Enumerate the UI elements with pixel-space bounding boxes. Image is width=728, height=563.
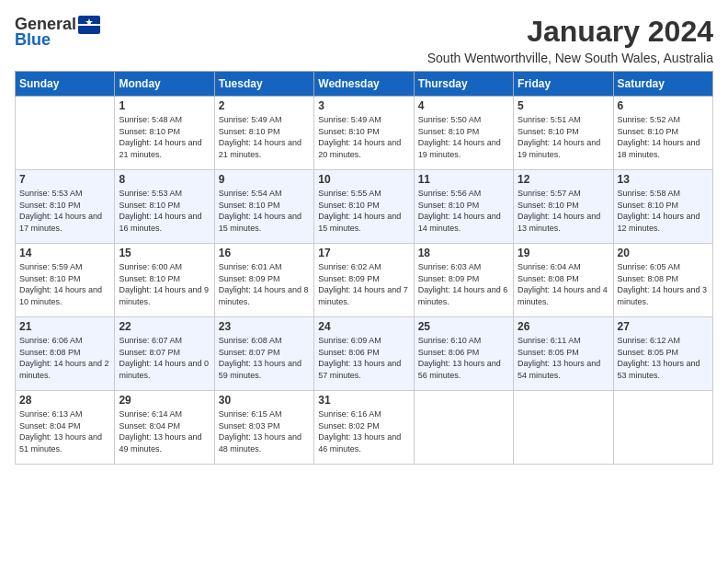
- sunset-text: Sunset: 8:07 PM: [219, 348, 280, 357]
- sunset-text: Sunset: 8:10 PM: [119, 274, 180, 283]
- sunset-text: Sunset: 8:10 PM: [518, 201, 579, 210]
- sunset-text: Sunset: 8:09 PM: [418, 274, 480, 283]
- day-number: 9: [219, 173, 310, 186]
- sunset-text: Sunset: 8:10 PM: [318, 127, 380, 136]
- calendar-cell: 13 Sunrise: 5:58 AM Sunset: 8:10 PM Dayl…: [613, 170, 712, 244]
- calendar-cell: 2 Sunrise: 5:49 AM Sunset: 8:10 PM Dayli…: [214, 97, 313, 170]
- calendar-week-row: 21 Sunrise: 6:06 AM Sunset: 8:08 PM Dayl…: [16, 317, 713, 391]
- calendar-week-row: 7 Sunrise: 5:53 AM Sunset: 8:10 PM Dayli…: [16, 170, 713, 244]
- calendar-table: Sunday Monday Tuesday Wednesday Thursday…: [15, 71, 713, 465]
- calendar-cell: [16, 97, 115, 170]
- day-number: 7: [19, 173, 110, 186]
- daylight-text: Daylight: 13 hours and 54 minutes.: [518, 359, 600, 380]
- day-info: Sunrise: 6:00 AM Sunset: 8:10 PM Dayligh…: [119, 261, 210, 307]
- sunset-text: Sunset: 8:08 PM: [19, 348, 81, 357]
- day-number: 1: [119, 99, 210, 112]
- calendar-cell: 10 Sunrise: 5:55 AM Sunset: 8:10 PM Dayl…: [314, 170, 414, 244]
- day-info: Sunrise: 6:10 AM Sunset: 8:06 PM Dayligh…: [418, 335, 509, 381]
- sunset-text: Sunset: 8:10 PM: [19, 201, 81, 210]
- header: General Blue January 2024 South Wentwort…: [15, 15, 713, 65]
- daylight-text: Daylight: 13 hours and 48 minutes.: [219, 432, 301, 454]
- daylight-text: Daylight: 13 hours and 46 minutes.: [318, 432, 401, 454]
- daylight-text: Daylight: 14 hours and 13 minutes.: [518, 212, 600, 233]
- sunrise-text: Sunrise: 6:00 AM: [119, 262, 182, 271]
- sunrise-text: Sunrise: 6:04 AM: [518, 262, 581, 271]
- sunrise-text: Sunrise: 6:03 AM: [418, 262, 482, 271]
- calendar-cell: 17 Sunrise: 6:02 AM Sunset: 8:09 PM Dayl…: [314, 244, 414, 317]
- day-number: 28: [19, 394, 110, 407]
- calendar-cell: 3 Sunrise: 5:49 AM Sunset: 8:10 PM Dayli…: [314, 97, 414, 170]
- day-info: Sunrise: 6:04 AM Sunset: 8:08 PM Dayligh…: [518, 261, 609, 307]
- sunset-text: Sunset: 8:10 PM: [219, 127, 280, 136]
- day-info: Sunrise: 6:12 AM Sunset: 8:05 PM Dayligh…: [618, 335, 709, 381]
- daylight-text: Daylight: 14 hours and 2 minutes.: [19, 359, 109, 380]
- sunset-text: Sunset: 8:08 PM: [518, 274, 579, 283]
- day-number: 14: [19, 247, 110, 259]
- sunset-text: Sunset: 8:10 PM: [219, 201, 280, 210]
- day-number: 29: [119, 394, 210, 407]
- daylight-text: Daylight: 14 hours and 15 minutes.: [219, 212, 301, 233]
- day-number: 6: [618, 99, 709, 112]
- day-info: Sunrise: 5:57 AM Sunset: 8:10 PM Dayligh…: [518, 188, 609, 234]
- logo-flag-icon: [78, 16, 100, 34]
- header-saturday: Saturday: [613, 72, 712, 97]
- day-info: Sunrise: 6:05 AM Sunset: 8:08 PM Dayligh…: [618, 261, 709, 307]
- day-info: Sunrise: 5:48 AM Sunset: 8:10 PM Dayligh…: [119, 114, 210, 160]
- daylight-text: Daylight: 13 hours and 57 minutes.: [318, 359, 401, 380]
- daylight-text: Daylight: 14 hours and 3 minutes.: [618, 285, 708, 306]
- calendar-cell: [414, 391, 513, 465]
- sunrise-text: Sunrise: 5:57 AM: [518, 189, 581, 198]
- calendar-cell: 25 Sunrise: 6:10 AM Sunset: 8:06 PM Dayl…: [414, 317, 513, 391]
- day-info: Sunrise: 6:02 AM Sunset: 8:09 PM Dayligh…: [318, 261, 409, 307]
- sunrise-text: Sunrise: 5:48 AM: [119, 115, 182, 124]
- daylight-text: Daylight: 14 hours and 21 minutes.: [119, 138, 201, 159]
- day-number: 25: [418, 320, 509, 333]
- sunset-text: Sunset: 8:10 PM: [119, 201, 180, 210]
- day-info: Sunrise: 5:59 AM Sunset: 8:10 PM Dayligh…: [19, 261, 110, 307]
- sunrise-text: Sunrise: 6:08 AM: [219, 336, 282, 345]
- day-number: 21: [19, 320, 110, 333]
- day-number: 12: [518, 173, 609, 186]
- day-info: Sunrise: 6:13 AM Sunset: 8:04 PM Dayligh…: [19, 408, 110, 454]
- page-container: General Blue January 2024 South Wentwort…: [15, 15, 713, 465]
- sunrise-text: Sunrise: 6:10 AM: [418, 336, 482, 345]
- sunset-text: Sunset: 8:08 PM: [618, 274, 679, 283]
- day-number: 31: [318, 394, 409, 407]
- sunset-text: Sunset: 8:02 PM: [318, 421, 380, 431]
- sunrise-text: Sunrise: 5:55 AM: [318, 189, 381, 198]
- calendar-cell: [514, 391, 613, 465]
- calendar-cell: 6 Sunrise: 5:52 AM Sunset: 8:10 PM Dayli…: [613, 97, 712, 170]
- sunrise-text: Sunrise: 5:54 AM: [219, 189, 282, 198]
- day-number: 16: [219, 247, 310, 259]
- sunset-text: Sunset: 8:10 PM: [618, 127, 679, 136]
- day-number: 18: [418, 247, 509, 259]
- daylight-text: Daylight: 14 hours and 17 minutes.: [19, 212, 102, 233]
- sunset-text: Sunset: 8:10 PM: [618, 201, 679, 210]
- daylight-text: Daylight: 13 hours and 56 minutes.: [418, 359, 501, 380]
- day-info: Sunrise: 5:56 AM Sunset: 8:10 PM Dayligh…: [418, 188, 509, 234]
- day-number: 17: [318, 247, 409, 259]
- calendar-cell: 7 Sunrise: 5:53 AM Sunset: 8:10 PM Dayli…: [16, 170, 115, 244]
- sunrise-text: Sunrise: 6:05 AM: [618, 262, 681, 271]
- day-info: Sunrise: 5:53 AM Sunset: 8:10 PM Dayligh…: [119, 188, 210, 234]
- header-monday: Monday: [115, 72, 214, 97]
- calendar-cell: 28 Sunrise: 6:13 AM Sunset: 8:04 PM Dayl…: [16, 391, 115, 465]
- calendar-cell: 15 Sunrise: 6:00 AM Sunset: 8:10 PM Dayl…: [115, 244, 214, 317]
- sunrise-text: Sunrise: 5:50 AM: [418, 115, 482, 124]
- sunrise-text: Sunrise: 5:51 AM: [518, 115, 581, 124]
- day-number: 26: [518, 320, 609, 333]
- sunset-text: Sunset: 8:10 PM: [19, 274, 81, 283]
- daylight-text: Daylight: 14 hours and 14 minutes.: [418, 212, 501, 233]
- calendar-cell: 14 Sunrise: 5:59 AM Sunset: 8:10 PM Dayl…: [16, 244, 115, 317]
- sunrise-text: Sunrise: 6:11 AM: [518, 336, 581, 345]
- sunset-text: Sunset: 8:05 PM: [618, 348, 679, 357]
- calendar-cell: 5 Sunrise: 5:51 AM Sunset: 8:10 PM Dayli…: [514, 97, 613, 170]
- daylight-text: Daylight: 14 hours and 18 minutes.: [618, 138, 700, 159]
- sunset-text: Sunset: 8:10 PM: [318, 201, 380, 210]
- sunset-text: Sunset: 8:07 PM: [119, 348, 180, 357]
- daylight-text: Daylight: 14 hours and 6 minutes.: [418, 285, 508, 306]
- day-info: Sunrise: 6:11 AM Sunset: 8:05 PM Dayligh…: [518, 335, 609, 381]
- sunset-text: Sunset: 8:10 PM: [119, 127, 180, 136]
- sunrise-text: Sunrise: 5:59 AM: [19, 262, 83, 271]
- day-info: Sunrise: 6:06 AM Sunset: 8:08 PM Dayligh…: [19, 335, 110, 381]
